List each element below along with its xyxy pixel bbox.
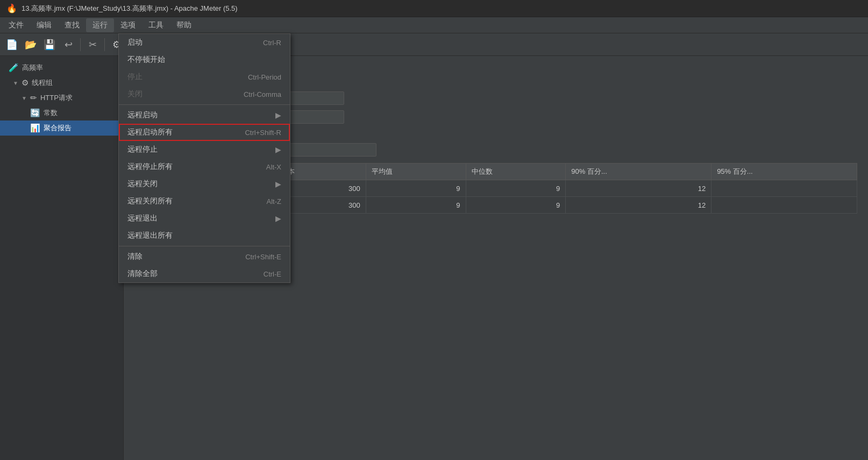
menu-shortcut: Ctrl-E (264, 270, 281, 278)
table-cell-avg: 9 (366, 180, 466, 197)
menu-item-remoteExit[interactable]: 远程退出▶ (119, 210, 290, 227)
menu-item-label: 停止 (127, 72, 143, 82)
menu-item-label: 远程退出所有 (127, 231, 173, 240)
menu-tools[interactable]: 工具 (142, 18, 170, 32)
menu-shortcut: Alt-Z (267, 197, 281, 206)
menu-item-label: 关闭 (127, 89, 143, 99)
tree-item-httpreq[interactable]: ▼ ✏ HTTP请求 (0, 90, 123, 105)
pencil-icon: ✏ (30, 93, 37, 103)
menu-edit[interactable]: 编辑 (30, 18, 58, 32)
menu-shortcut: Ctrl-Comma (244, 90, 281, 98)
table-cell-median: 9 (466, 197, 566, 214)
menu-item-remoteClose[interactable]: 远程关闭▶ (119, 175, 290, 193)
toolbar-open-btn[interactable]: 📂 (22, 36, 39, 53)
timer-icon: 🔄 (30, 108, 40, 118)
tree-item-threadgroup-label: 线程组 (32, 78, 53, 88)
menu-item-label: 远程关闭 (127, 179, 158, 189)
menu-file[interactable]: 文件 (2, 18, 30, 32)
menu-item-start[interactable]: 启动Ctrl-R (119, 34, 290, 51)
submenu-arrow-icon: ▶ (275, 180, 281, 188)
menu-item-label: 启动 (127, 38, 143, 47)
menu-item-label: 不停顿开始 (127, 55, 165, 65)
menu-item-clearAll[interactable]: 清除全部Ctrl-E (119, 265, 290, 282)
menu-shortcut: Ctrl-Period (248, 73, 281, 81)
menu-shortcut: Ctrl-R (263, 39, 281, 47)
toolbar-separator-1 (80, 38, 81, 51)
tree-item-juhebao[interactable]: 📊 聚合报告 (0, 121, 123, 136)
menu-item-startNoStop[interactable]: 不停顿开始 (119, 51, 290, 68)
tree-arrow-threadgroup: ▼ (13, 80, 18, 86)
toolbar-separator-2 (104, 38, 105, 51)
menu-options[interactable]: 选项 (114, 18, 142, 32)
toolbar-save-btn[interactable]: 💾 (41, 36, 58, 53)
menu-search[interactable]: 查找 (58, 18, 86, 32)
col-p90: 90% 百分... (566, 164, 712, 180)
menu-shortcut: Alt-X (266, 163, 281, 171)
col-median: 中位数 (466, 164, 566, 180)
table-cell-p95 (712, 180, 857, 197)
menu-item-label: 远程退出 (127, 214, 158, 223)
title-bar: 🔥 13.高频率.jmx (F:\JMeter_Study\13.高频率.jmx… (0, 0, 868, 17)
menu-separator (119, 104, 290, 105)
sidebar: 🧪 高频率 ▼ ⚙ 线程组 ▼ ✏ HTTP请求 🔄 常数 📊 聚合报告 (0, 56, 124, 460)
tree-item-gaopinlv-label: 高频率 (22, 63, 43, 73)
toolbar-new-btn[interactable]: 📄 (3, 36, 20, 53)
menu-run[interactable]: 运行 (86, 18, 114, 32)
menu-bar: 文件 编辑 查找 运行 选项 工具 帮助 (0, 17, 868, 33)
submenu-arrow-icon: ▶ (275, 214, 281, 223)
menu-item-label: 远程停止 (127, 145, 158, 154)
menu-item-label: 清除全部 (127, 269, 158, 279)
toolbar-cut-btn[interactable]: ✂ (84, 36, 101, 53)
table-cell-p90: 12 (566, 180, 712, 197)
run-dropdown-menu: 启动Ctrl-R不停顿开始停止Ctrl-Period关闭Ctrl-Comma远程… (118, 33, 290, 283)
menu-item-remoteExitAll[interactable]: 远程退出所有 (119, 227, 290, 244)
tree-item-changsu-label: 常数 (44, 108, 58, 118)
tree-item-threadgroup[interactable]: ▼ ⚙ 线程组 (0, 75, 123, 90)
chart-icon: 📊 (30, 123, 40, 133)
menu-item-clear[interactable]: 清除Ctrl+Shift-E (119, 248, 290, 265)
menu-separator (119, 246, 290, 246)
menu-item-remoteStart[interactable]: 远程启动▶ (119, 107, 290, 124)
menu-item-remoteCloseAll[interactable]: 远程关闭所有Alt-Z (119, 193, 290, 210)
menu-item-label: 远程停止所有 (127, 162, 173, 172)
gear-icon: ⚙ (22, 78, 29, 88)
submenu-arrow-icon: ▶ (275, 145, 281, 154)
menu-item-stop: 停止Ctrl-Period (119, 68, 290, 86)
menu-item-remoteStop[interactable]: 远程停止▶ (119, 141, 290, 158)
tree-item-httpreq-label: HTTP请求 (40, 93, 73, 103)
tree-item-changsu[interactable]: 🔄 常数 (0, 105, 123, 121)
table-cell-avg: 9 (366, 197, 466, 214)
table-cell-p90: 12 (566, 197, 712, 214)
toolbar-revert-btn[interactable]: ↩ (60, 36, 77, 53)
menu-item-label: 清除 (127, 252, 143, 261)
flask-icon: 🧪 (9, 63, 19, 73)
menu-shortcut: Ctrl+Shift-E (245, 253, 281, 261)
menu-item-close: 关闭Ctrl-Comma (119, 86, 290, 103)
tree-item-gaopinlv[interactable]: 🧪 高频率 (0, 60, 123, 75)
menu-item-remoteStopAll[interactable]: 远程停止所有Alt-X (119, 158, 290, 175)
tree-item-juhebao-label: 聚合报告 (44, 123, 72, 133)
title-text: 13.高频率.jmx (F:\JMeter_Study\13.高频率.jmx) … (22, 4, 238, 13)
menu-item-label: 远程启动所有 (127, 128, 173, 137)
menu-item-remoteStartAll[interactable]: 远程启动所有Ctrl+Shift-R (119, 124, 290, 141)
menu-shortcut: Ctrl+Shift-R (245, 129, 281, 137)
tree-arrow-httpreq: ▼ (22, 95, 27, 101)
menu-item-label: 远程关闭所有 (127, 196, 173, 206)
col-avg: 平均值 (366, 164, 466, 180)
app-icon: 🔥 (6, 3, 17, 13)
menu-help[interactable]: 帮助 (170, 18, 198, 32)
table-cell-p95 (712, 197, 857, 214)
table-cell-median: 9 (466, 180, 566, 197)
submenu-arrow-icon: ▶ (275, 111, 281, 119)
menu-item-label: 远程启动 (127, 110, 158, 120)
col-p95: 95% 百分... (712, 164, 857, 180)
